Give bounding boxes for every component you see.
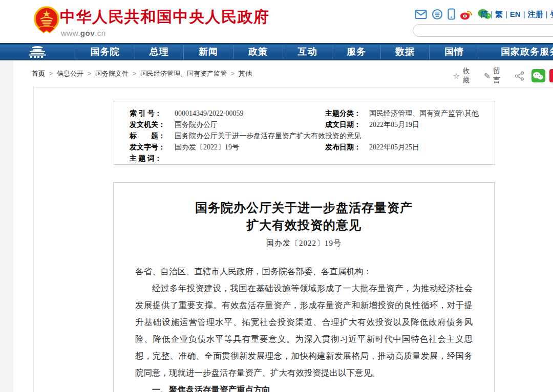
tiananmen-home-icon <box>26 46 49 58</box>
meta-index-label: 索 引 号： <box>130 108 175 119</box>
meta-index-value: 000014349/2022-00059 <box>175 108 325 119</box>
weibo-share-icon[interactable] <box>549 69 553 82</box>
meta-doc-no-value: 国办发〔2022〕19号 <box>175 142 325 153</box>
comment-button[interactable]: ✎ 留言 <box>484 67 505 85</box>
meta-date-published-value: 2022年05月25日 <box>369 142 490 153</box>
favorite-label: 收藏 <box>462 67 474 85</box>
site-url: www.gov.cn <box>61 29 270 37</box>
meta-doc-no-label: 发文字号： <box>130 142 175 153</box>
nav-item-news[interactable]: 新闻 <box>183 45 233 59</box>
site-brand[interactable]: 中华人民共和国中央人民政府 www.gov.cn <box>60 7 270 37</box>
breadcrumb-info-disclosure[interactable]: 信息公开 <box>57 70 83 77</box>
comment-label: 留言 <box>493 67 505 85</box>
lang-simplified[interactable]: 简 <box>480 10 488 18</box>
page-background: 首页>信息公开>国务院文件>国民经济管理、国有资产监管>其他 ☆ 收藏 ✎ 留言 <box>0 60 553 392</box>
meta-category-value: 国民经济管理、国有资产监管\其他 <box>369 108 490 119</box>
document-meta-table: 索 引 号： 000014349/2022-00059 主题分类： 国民经济管理… <box>114 101 495 165</box>
national-emblem-logo[interactable] <box>32 5 61 38</box>
document-title-line2: 扩大有效投资的意见 <box>135 216 473 234</box>
document-title: 国务院办公厅关于进一步盘活存量资产 扩大有效投资的意见 <box>135 199 473 234</box>
divider: | <box>488 10 495 18</box>
nav-item-interaction[interactable]: 互动 <box>283 45 332 59</box>
meta-date-published-label: 发布日期： <box>325 142 369 153</box>
pencil-icon: ✎ <box>484 71 491 81</box>
nav-item-premier[interactable]: 总理 <box>135 45 183 59</box>
wechat-share-icon[interactable] <box>531 69 545 82</box>
search-input[interactable] <box>413 24 553 37</box>
document-paragraph: 经过多年投资建设，我国在基础设施等领域形成了一大批存量资产，为推动经济社会发展提… <box>135 280 473 381</box>
meta-keywords-value <box>175 153 490 164</box>
meta-title-value: 国务院办公厅关于进一步盘活存量资产扩大有效投资的意见 <box>175 130 490 142</box>
login-link[interactable]: 登录 <box>550 10 553 18</box>
meta-date-written-value: 2022年05月19日 <box>369 119 490 130</box>
breadcrumb-separator: > <box>83 70 95 77</box>
meta-date-written-label: 成文日期： <box>325 119 369 130</box>
breadcrumb-category[interactable]: 国民经济管理、国有资产监管 <box>140 70 227 77</box>
meta-issuer-value: 国务院办公厅 <box>175 119 325 130</box>
divider: | <box>521 10 528 18</box>
register-link[interactable]: 注册 <box>528 10 543 18</box>
site-url-gov: gov <box>80 29 95 37</box>
nav-item-policy[interactable]: 政策 <box>233 45 283 59</box>
document-salutation: 各省、自治区、直辖市人民政府，国务院各部委、各直属机构： <box>135 263 473 280</box>
nav-item-gov-service-platform[interactable]: 国家政务服务平台 <box>479 45 553 59</box>
mail-icon[interactable] <box>415 9 427 19</box>
wechat-bubbles <box>533 72 544 80</box>
meta-title-label: 标 题： <box>130 130 175 142</box>
mobile-icon[interactable] <box>448 8 455 20</box>
page-actions: ☆ 收藏 ✎ 留言 <box>453 67 553 85</box>
nav-item-state-council[interactable]: 国务院 <box>75 45 135 59</box>
lang-traditional[interactable]: 繁 <box>495 10 503 18</box>
content-wrapper: 首页>信息公开>国务院文件>国民经济管理、国有资产监管>其他 ☆ 收藏 ✎ 留言 <box>13 60 553 392</box>
nav-item-services[interactable]: 服务 <box>332 45 380 59</box>
document-text: 各省、自治区、直辖市人民政府，国务院各部委、各直属机构： 经过多年投资建设，我国… <box>135 263 473 392</box>
breadcrumb-home[interactable]: 首页 <box>32 70 45 77</box>
breadcrumb: 首页>信息公开>国务院文件>国民经济管理、国有资产监管>其他 <box>32 69 252 78</box>
document-number: 国办发〔2022〕19号 <box>135 238 473 248</box>
document-title-line1: 国务院办公厅关于进一步盘活存量资产 <box>135 199 473 216</box>
meta-issuer-label: 发文机关： <box>130 119 175 130</box>
breadcrumb-separator: > <box>129 70 140 77</box>
site-title: 中华人民共和国中央人民政府 <box>60 7 270 28</box>
site-url-www: www. <box>61 29 80 37</box>
share-icon[interactable] <box>515 71 524 81</box>
message-icon[interactable] <box>432 9 443 20</box>
nav-item-data[interactable]: 数据 <box>380 45 429 59</box>
favorite-button[interactable]: ☆ 收藏 <box>453 67 475 85</box>
document-body: 国务院办公厅关于进一步盘活存量资产 扩大有效投资的意见 国办发〔2022〕19号… <box>113 182 495 392</box>
lang-english[interactable]: EN <box>510 10 521 18</box>
document-section-heading: 一、聚焦盘活存量资产重点方向 <box>135 381 473 392</box>
meta-keywords-label: 主 题 词： <box>130 153 175 164</box>
divider: | <box>503 10 510 18</box>
browser-viewport: 中华人民共和国中央人民政府 www.gov.cn <box>0 0 553 392</box>
breadcrumb-state-council-docs[interactable]: 国务院文件 <box>95 70 129 77</box>
site-header: 中华人民共和国中央人民政府 www.gov.cn <box>0 0 553 43</box>
breadcrumb-other[interactable]: 其他 <box>239 70 252 77</box>
weibo-icon[interactable] <box>460 9 473 20</box>
breadcrumb-separator: > <box>227 70 239 77</box>
meta-category-label: 主题分类： <box>325 108 369 119</box>
main-nav: 国务院 总理 新闻 政策 互动 服务 数据 国情 国家政务服务平台 <box>0 43 553 60</box>
breadcrumb-separator: > <box>45 70 57 77</box>
site-url-cn: .cn <box>95 29 106 37</box>
nav-home[interactable] <box>0 45 75 59</box>
nav-item-national-conditions[interactable]: 国情 <box>429 45 479 59</box>
star-icon: ☆ <box>453 71 460 81</box>
divider: | <box>543 10 550 18</box>
language-links: 简|繁|EN|注册|登录 <box>480 10 553 19</box>
document-container: 索 引 号： 000014349/2022-00059 主题分类： 国民经济管理… <box>33 87 553 392</box>
